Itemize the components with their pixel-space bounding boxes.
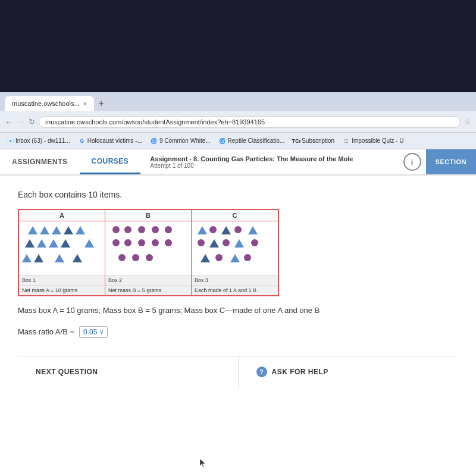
assignment-info: Assignment - 8. Counting Gas Particles: …	[140, 153, 403, 171]
assignments-nav-button[interactable]: ASSIGNMENTS	[0, 149, 80, 174]
tab-bar: muscatine.owschools... × +	[0, 92, 476, 111]
mouse-cursor	[199, 458, 206, 468]
assignment-title: Assignment - 8. Counting Gas Particles: …	[150, 155, 393, 162]
bookmark-google-label: Holocaust victims -...	[87, 137, 142, 144]
box-c-label: Box 3	[192, 275, 278, 285]
browser-window: muscatine.owschools... × + ← → ↻ muscati…	[0, 92, 476, 476]
dropdown-arrow-icon: ∨	[99, 328, 104, 335]
ratio-value: 0.05	[83, 328, 97, 336]
nav-forward-icon[interactable]: →	[17, 117, 25, 127]
box-c-header: C	[192, 210, 278, 221]
bookmark-icon[interactable]: ☆	[464, 117, 471, 126]
box-b-label: Box 2	[105, 275, 191, 285]
google-icon: G	[79, 137, 86, 145]
bookmark-tcr-label: Subscription	[302, 137, 334, 144]
box-b-content	[105, 221, 191, 275]
footer-bar: NEXT QUESTION ? ASK FOR HELP	[18, 356, 458, 388]
impossible-icon: □	[343, 137, 350, 145]
bookmark-tcr[interactable]: TCr Subscription	[290, 136, 337, 146]
box-a: A Box 1	[19, 210, 105, 295]
bookmark-inbox-label: Inbox (63) - dw111...	[15, 137, 70, 144]
bookmark-common-label: 9 Common White...	[159, 137, 211, 144]
reptile-icon: 🌀	[219, 137, 226, 145]
new-tab-button[interactable]: +	[94, 96, 109, 111]
nav-back-icon[interactable]: ←	[5, 117, 13, 127]
bookmark-google[interactable]: G Holocaust victims -...	[76, 136, 145, 146]
tab-close-button[interactable]: ×	[83, 101, 87, 107]
courses-nav-button[interactable]: COURSES	[80, 149, 141, 174]
attempt-label: Attempt 1 of 100	[150, 162, 393, 169]
box-b: B Box 2 Net	[105, 210, 192, 295]
desktop-background	[0, 0, 476, 92]
address-bar: ← → ↻ muscatine.owschools.com/owsoo/stud…	[0, 111, 476, 133]
box-a-label: Box 1	[19, 275, 105, 285]
browser-tab[interactable]: muscatine.owschools... ×	[5, 96, 94, 111]
main-content: Each box contains 10 items. A	[0, 176, 476, 402]
info-icon-button[interactable]: i	[403, 153, 421, 171]
app-nav-bar: ASSIGNMENTS COURSES Assignment - 8. Coun…	[0, 149, 476, 176]
ratio-dropdown[interactable]: 0.05 ∨	[79, 326, 108, 338]
box-c: C Box 3	[192, 210, 278, 295]
refresh-icon[interactable]: ↻	[29, 117, 35, 126]
tab-label: muscatine.owschools...	[12, 100, 80, 107]
next-question-button[interactable]: NEXT QUESTION	[36, 368, 98, 376]
bookmarks-bar: 📧 Inbox (63) - dw111... G Holocaust vict…	[0, 133, 476, 149]
ask-for-help-button[interactable]: ASK FOR HELP	[272, 368, 328, 376]
box-a-header: A	[19, 210, 105, 221]
mass-info-text: Mass box A = 10 grams; Mass box B = 5 gr…	[18, 305, 458, 317]
section-button[interactable]: SECTION	[426, 149, 476, 174]
bookmark-impossible[interactable]: □ Impossible Quiz - U	[340, 136, 406, 146]
box-c-content	[192, 221, 278, 275]
box-c-sublabel: Each made of 1 A and 1 B	[192, 285, 278, 295]
box-b-sublabel: Net mass B = 5 grams	[105, 285, 191, 295]
bookmark-reptile-label: Reptile Classificatio...	[228, 137, 285, 144]
bookmark-impossible-label: Impossible Quiz - U	[352, 137, 403, 144]
next-question-area: NEXT QUESTION	[18, 356, 239, 388]
boxes-diagram: A Box 1	[18, 209, 279, 296]
url-input[interactable]: muscatine.owschools.com/owsoo/studentAss…	[39, 116, 461, 128]
bookmark-common-white[interactable]: 🌀 9 Common White...	[148, 136, 214, 146]
bookmark-reptile[interactable]: 🌀 Reptile Classificatio...	[216, 136, 288, 146]
owschools-icon: 🌀	[151, 137, 158, 145]
box-b-header: B	[105, 210, 191, 221]
ratio-row: Mass ratio A/B = 0.05 ∨	[18, 326, 458, 338]
ratio-label: Mass ratio A/B =	[18, 327, 74, 336]
question-intro-text: Each box contains 10 items.	[18, 190, 458, 199]
ask-for-help-area: ? ASK FOR HELP	[239, 356, 459, 388]
ask-help-icon: ?	[256, 367, 267, 377]
bookmark-inbox[interactable]: 📧 Inbox (63) - dw111...	[4, 136, 73, 146]
tcr-icon: TCr	[293, 137, 300, 145]
inbox-icon: 📧	[7, 137, 14, 145]
box-a-sublabel: Net mass A = 10 grams	[19, 285, 105, 295]
box-a-content	[19, 221, 105, 275]
